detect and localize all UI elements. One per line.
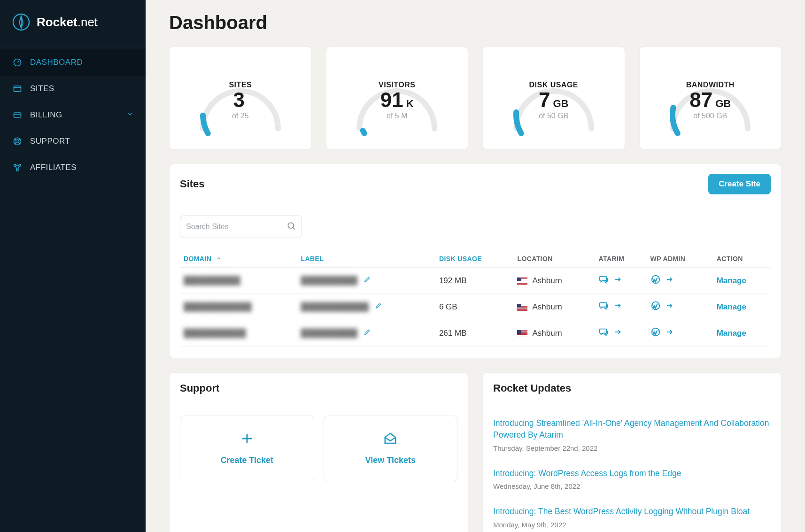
update-date: Wednesday, June 8th, 2022 <box>493 482 771 490</box>
sort-asc-icon <box>216 255 221 262</box>
gauge-unit: K <box>406 98 414 109</box>
wordpress-icon <box>650 301 661 311</box>
create-ticket-card[interactable]: Create Ticket <box>180 416 314 481</box>
sidebar-item-label: SITES <box>30 84 54 93</box>
svg-line-9 <box>15 139 16 140</box>
manage-link[interactable]: Manage <box>717 329 746 338</box>
updates-panel: Rocket Updates Introducing Streamlined '… <box>482 372 782 532</box>
arrow-right-icon <box>614 328 622 336</box>
us-flag-icon <box>517 278 527 285</box>
wpadmin-link[interactable] <box>650 301 674 311</box>
search-icon <box>286 221 296 232</box>
gauge-icon <box>12 58 23 67</box>
brand-name: Rocket.net <box>37 15 98 30</box>
update-title[interactable]: Introducing Streamlined 'All-In-One' Age… <box>493 417 771 441</box>
gauge-sub: of 50 GB <box>529 112 578 120</box>
manage-link[interactable]: Manage <box>717 276 746 285</box>
rocket-logo-icon <box>12 13 30 31</box>
col-label[interactable]: LABEL <box>297 250 435 268</box>
wordpress-icon <box>650 327 661 337</box>
support-title: Support <box>180 382 219 394</box>
col-location: LOCATION <box>513 250 595 268</box>
svg-rect-5 <box>14 113 21 117</box>
us-flag-icon <box>517 304 527 311</box>
search-sites-wrap[interactable] <box>180 216 302 238</box>
site-label: ██████████ <box>301 276 357 285</box>
sidebar-item-support[interactable]: SUPPORT <box>0 128 146 154</box>
svg-line-11 <box>15 143 16 144</box>
atarim-link[interactable] <box>599 301 622 311</box>
chat-icon <box>599 274 609 285</box>
wpadmin-link[interactable] <box>650 327 674 337</box>
sites-title: Sites <box>180 178 205 190</box>
site-domain[interactable]: ███████████ <box>184 329 246 338</box>
update-title[interactable]: Introducing: WordPress Access Logs from … <box>493 468 771 479</box>
support-panel: Support Create Ticket View Tickets <box>169 372 468 532</box>
site-label: ████████████ <box>301 302 369 311</box>
chat-icon <box>599 327 609 337</box>
manage-link[interactable]: Manage <box>717 302 746 311</box>
view-tickets-card[interactable]: View Tickets <box>324 416 458 481</box>
edit-icon[interactable] <box>375 302 382 311</box>
brand[interactable]: Rocket.net <box>0 0 146 46</box>
gauge-sub: of 25 <box>229 112 252 120</box>
table-row: ███████████ ██████████ 261 MB Ashburn Ma… <box>180 320 771 347</box>
gauge-unit: GB <box>715 98 731 109</box>
svg-point-16 <box>288 223 294 228</box>
edit-icon[interactable] <box>364 329 371 338</box>
site-location: Ashburn <box>513 294 595 320</box>
create-site-button[interactable]: Create Site <box>708 174 771 194</box>
update-item: Introducing: The Best WordPress Activity… <box>493 498 771 532</box>
sidebar-item-label: BILLING <box>30 110 62 120</box>
site-domain[interactable]: ██████████ <box>184 276 240 285</box>
sidebar-item-dashboard[interactable]: DASHBOARD <box>0 49 146 76</box>
card-icon <box>12 110 23 120</box>
update-item: Introducing Streamlined 'All-In-One' Age… <box>493 410 771 460</box>
chat-icon <box>599 301 609 311</box>
chevron-down-icon <box>127 110 133 120</box>
plus-icon <box>240 432 254 449</box>
sites-table: DOMAIN LABEL DISK USAGE LOCATION ATARIM … <box>180 250 771 347</box>
gauge-label: DISK USAGE <box>529 81 578 89</box>
main: Dashboard SITES 3 of 25 <box>146 0 805 532</box>
envelope-open-icon <box>383 432 397 449</box>
site-disk: 6 GB <box>435 294 514 320</box>
search-sites-input[interactable] <box>186 223 286 231</box>
update-title[interactable]: Introducing: The Best WordPress Activity… <box>493 506 771 517</box>
col-domain[interactable]: DOMAIN <box>180 250 297 268</box>
site-domain[interactable]: ████████████ <box>184 302 252 311</box>
svg-line-17 <box>293 227 294 229</box>
update-item: Introducing: WordPress Access Logs from … <box>493 460 771 498</box>
gauge-unit: GB <box>553 98 568 109</box>
atarim-link[interactable] <box>599 274 622 285</box>
updates-title: Rocket Updates <box>493 382 571 394</box>
svg-line-10 <box>19 139 20 140</box>
sidebar-nav: DASHBOARD SITES BILLING SUPPORT <box>0 46 146 181</box>
sidebar-item-affiliates[interactable]: AFFILIATES <box>0 154 146 181</box>
site-location: Ashburn <box>513 268 595 294</box>
atarim-link[interactable] <box>599 327 622 337</box>
gauge-bandwidth: BANDWIDTH 87GB of 500 GB <box>639 46 782 150</box>
col-disk[interactable]: DISK USAGE <box>435 250 514 268</box>
svg-point-8 <box>16 140 19 143</box>
sidebar: Rocket.net DASHBOARD SITES BILLING <box>0 0 146 532</box>
gauge-value: 91 <box>380 89 403 111</box>
arrow-right-icon <box>666 275 674 284</box>
gauge-sub: of 5 M <box>379 112 415 120</box>
sites-panel: Sites Create Site DOMAIN <box>169 164 782 358</box>
site-label: ██████████ <box>301 329 357 338</box>
arrow-right-icon <box>666 301 674 310</box>
arrow-right-icon <box>614 301 622 310</box>
browser-icon <box>12 84 23 93</box>
gauge-disk: DISK USAGE 7GB of 50 GB <box>482 46 625 150</box>
edit-icon[interactable] <box>364 276 371 285</box>
sidebar-item-label: DASHBOARD <box>30 58 83 67</box>
view-tickets-label: View Tickets <box>365 455 416 465</box>
site-disk: 261 MB <box>435 320 514 347</box>
table-row: ████████████ ████████████ 6 GB Ashburn M… <box>180 294 771 320</box>
wpadmin-link[interactable] <box>650 274 674 285</box>
update-date: Monday, May 9th, 2022 <box>493 521 771 529</box>
sidebar-item-label: AFFILIATES <box>30 163 77 172</box>
sidebar-item-billing[interactable]: BILLING <box>0 102 146 128</box>
sidebar-item-sites[interactable]: SITES <box>0 76 146 102</box>
